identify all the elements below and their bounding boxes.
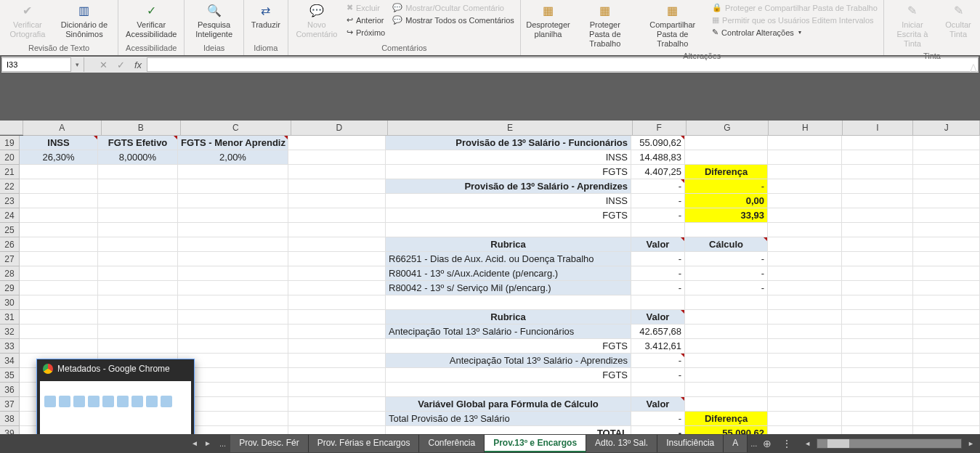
col-header-H[interactable]: H [769,121,843,136]
cell-J36[interactable] [913,383,980,397]
formula-input[interactable] [147,57,979,72]
cell-A22[interactable] [20,179,98,194]
cell-I27[interactable] [842,252,913,266]
cell-E21[interactable]: FGTS [386,165,631,179]
col-header-F[interactable]: F [633,121,687,136]
cell-J39[interactable] [913,426,980,434]
cell-F28[interactable]: - [631,266,685,281]
cell-C30[interactable] [178,295,288,310]
cell-F20[interactable]: 14.488,83 [631,150,685,165]
select-all-corner[interactable] [0,121,23,135]
cell-D29[interactable] [288,281,386,295]
row-header-19[interactable]: 19 [0,136,20,150]
cell-A24[interactable] [20,208,98,223]
cell-F39[interactable]: - [631,426,685,434]
cell-J20[interactable] [913,150,980,165]
cell-E38[interactable]: Total Provisão de 13º Salário [386,412,631,426]
cell-H39[interactable] [768,426,842,434]
cell-J21[interactable] [913,165,980,179]
cell-C27[interactable] [178,252,288,266]
row-header-35[interactable]: 35 [0,368,20,383]
cell-A19[interactable]: INSS [20,136,98,150]
cell-H19[interactable] [768,136,842,150]
cell-E35[interactable]: FGTS [386,368,631,383]
cell-C29[interactable] [178,281,288,295]
cell-C26[interactable] [178,237,288,252]
cell-G37[interactable] [685,397,768,412]
cell-F36[interactable] [631,383,685,397]
sheet-tab[interactable]: Prov. Desc. Fér [230,435,308,452]
cell-E36[interactable] [386,383,631,397]
cell-D27[interactable] [288,252,386,266]
hscroll-left[interactable]: ◄ [804,440,811,447]
unprotect-sheet-button[interactable]: ▦ Desproteger planilha [524,0,572,41]
cell-B32[interactable] [98,325,178,339]
cell-J26[interactable] [913,237,980,252]
sheet-tab[interactable]: Insuficiência [657,435,724,452]
cell-H34[interactable] [768,354,842,368]
cell-J23[interactable] [913,194,980,208]
sheet-tab[interactable]: Adto. 13º Sal. [586,435,657,452]
allow-edit-ranges-button[interactable]: ▦Permitir que os Usuários Editem Interva… [709,14,880,26]
cell-I24[interactable] [842,208,913,223]
cell-I34[interactable] [842,354,913,368]
enter-formula-button[interactable]: ✓ [112,60,129,70]
collapse-ribbon-button[interactable]: ⋀ [970,62,977,73]
cell-B33[interactable] [98,339,178,354]
cell-A31[interactable] [20,310,98,325]
cell-G20[interactable] [685,150,768,165]
cell-H37[interactable] [768,397,842,412]
cell-C22[interactable] [178,179,288,194]
col-header-E[interactable]: E [388,121,633,136]
show-all-comments-button[interactable]: 💬Mostrar Todos os Comentários [389,14,517,26]
track-changes-button[interactable]: ✎Controlar Alterações▾ [709,26,880,38]
cell-I33[interactable] [842,339,913,354]
smart-lookup-button[interactable]: 🔍 Pesquisa Inteligente [187,0,240,41]
row-header-22[interactable]: 22 [0,179,20,194]
cell-D20[interactable] [288,150,386,165]
cell-F35[interactable]: - [631,368,685,383]
cell-C24[interactable] [178,208,288,223]
cell-G27[interactable]: - [685,252,768,266]
cell-J30[interactable] [913,295,980,310]
hide-ink-button[interactable]: ✎ Ocultar Tinta [939,0,977,41]
cell-F24[interactable]: - [631,208,685,223]
cell-D34[interactable] [288,354,386,368]
new-comment-button[interactable]: 💬 Novo Comentário [291,0,342,41]
col-header-I[interactable]: I [843,121,914,136]
cell-H30[interactable] [768,295,842,310]
cell-C21[interactable] [178,165,288,179]
cell-H24[interactable] [768,208,842,223]
cell-B24[interactable] [98,208,178,223]
cell-J35[interactable] [913,368,980,383]
fx-button[interactable]: fx [129,60,147,70]
sheet-more-right[interactable]: ... [750,439,757,448]
cell-C33[interactable] [178,339,288,354]
cell-F38[interactable]: - [631,412,685,426]
sheet-tab[interactable]: A [724,435,748,452]
add-sheet-button[interactable]: ⊕ [757,438,777,449]
hscrollbar[interactable] [817,438,962,449]
cell-I37[interactable] [842,397,913,412]
row-header-21[interactable]: 21 [0,165,20,179]
row-header-27[interactable]: 27 [0,252,20,266]
cell-E24[interactable]: FGTS [386,208,631,223]
check-accessibility-button[interactable]: ✓ Verificar Acessibilidade [121,0,181,41]
cell-J22[interactable] [913,179,980,194]
cell-A32[interactable] [20,325,98,339]
cell-I19[interactable] [842,136,913,150]
row-header-26[interactable]: 26 [0,237,20,252]
cell-E39[interactable]: TOTAL [386,426,631,434]
row-header-36[interactable]: 36 [0,383,20,397]
cell-I28[interactable] [842,266,913,281]
cell-F30[interactable] [631,295,685,310]
cell-D25[interactable] [288,223,386,237]
sheet-tab[interactable]: Prov.13º e Encargos [485,435,586,452]
cell-D26[interactable] [288,237,386,252]
cell-H35[interactable] [768,368,842,383]
cell-B30[interactable] [98,295,178,310]
cell-E22[interactable]: Provisão de 13º Salário - Aprendizes [386,179,631,194]
cell-B22[interactable] [98,179,178,194]
cell-H31[interactable] [768,310,842,325]
cell-B20[interactable]: 8,0000% [98,150,178,165]
